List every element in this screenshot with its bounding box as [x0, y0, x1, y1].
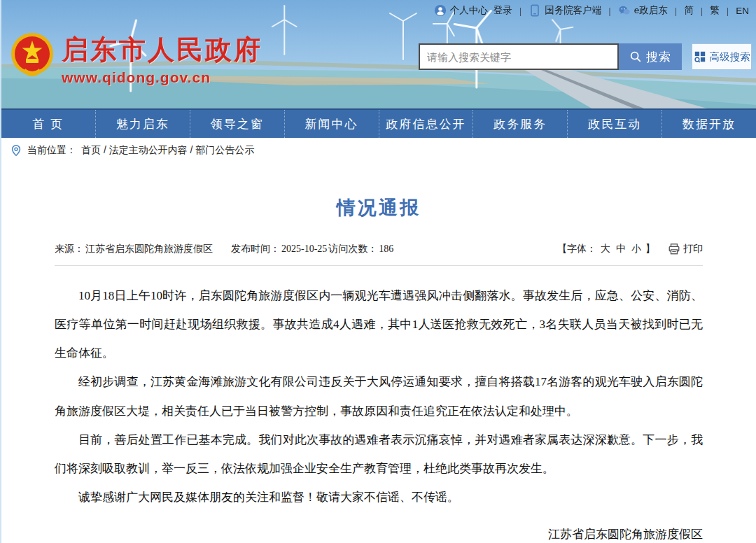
advanced-search-grid-icon: [694, 50, 706, 63]
topbar-separator: |: [607, 6, 612, 16]
wechat-icon: [618, 4, 631, 17]
print-label: 打印: [683, 243, 703, 255]
article-signature-block: 江苏省启东圆陀角旅游度假区 2025年10月25日: [55, 520, 703, 543]
article-meta-left: 来源：江苏省启东圆陀角旅游度假区发布时间：2025-10-25访问次数：186: [55, 243, 395, 255]
source-label: 来源：: [55, 244, 84, 254]
topbar-separator: |: [673, 6, 679, 16]
user-center-link[interactable]: 个人中心: [434, 4, 488, 17]
signature-org: 江苏省启东圆陀角旅游度假区: [55, 520, 703, 543]
search-input[interactable]: [419, 43, 619, 70]
gov-client-link[interactable]: 国务院客户端: [528, 4, 601, 17]
article-paragraph: 经初步调查，江苏黄金海滩旅游文化有限公司违反关于大风停运通知要求，擅自将搭载17…: [55, 367, 703, 425]
login-link[interactable]: 登录: [493, 4, 512, 17]
breadcrumb-path[interactable]: 首页 / 法定主动公开内容 / 部门公告公示: [81, 144, 254, 157]
user-icon: [434, 4, 447, 17]
nav-item-news-center[interactable]: 新闻中心: [285, 110, 379, 138]
font-size-close: 】: [645, 243, 655, 255]
article-meta-right: 【字体： 大 中 小 】 打印: [557, 243, 703, 255]
breadcrumb-label: 当前位置：: [27, 144, 76, 157]
font-size-large-button[interactable]: 大: [599, 243, 612, 255]
gov-client-label: 国务院客户端: [545, 4, 601, 17]
topbar-separator: |: [699, 6, 705, 16]
meta-divider: [55, 265, 703, 266]
source-value: 江苏省启东圆陀角旅游度假区: [85, 244, 213, 254]
site-title-block: 启东市人民政府 www.qidong.gov.cn: [62, 32, 262, 86]
location-pin-icon: [10, 144, 22, 157]
print-button[interactable]: 打印: [668, 243, 703, 255]
publish-date: 2025-10-25: [281, 244, 327, 254]
visits-label: 访问次数：: [328, 244, 377, 254]
article-paragraph: 10月18日上午10时许，启东圆陀角旅游度假区内一辆观光车遭遇强风冲击侧翻落水。…: [55, 281, 703, 367]
search-icon: [629, 50, 642, 63]
nav-item-public-interaction[interactable]: 政民互动: [568, 110, 662, 138]
egov-link[interactable]: e政启东: [618, 4, 668, 17]
nav-item-open-data[interactable]: 数据开放: [662, 110, 756, 138]
publish-label: 发布时间：: [231, 244, 280, 254]
article: 情况通报 来源：江苏省启东圆陀角旅游度假区发布时间：2025-10-25访问次数…: [1, 195, 756, 543]
topbar-separator: |: [518, 6, 524, 16]
article-title: 情况通报: [55, 195, 703, 220]
egov-label: e政启东: [634, 4, 668, 17]
visits-count: 186: [379, 244, 393, 254]
search-area: 搜索 高级搜索: [419, 43, 752, 70]
nav-item-leadership[interactable]: 领导之窗: [190, 110, 285, 138]
mobile-client-icon: [528, 4, 541, 17]
lang-traditional-link[interactable]: 繁: [710, 4, 720, 17]
advanced-search-label: 高级搜索: [710, 50, 750, 64]
article-body: 10月18日上午10时许，启东圆陀角旅游度假区内一辆观光车遭遇强风冲击侧翻落水。…: [55, 281, 703, 512]
site-name[interactable]: 启东市人民政府: [62, 32, 262, 68]
nav-item-charm-qidong[interactable]: 魅力启东: [96, 110, 190, 138]
lang-traditional-label: 繁: [710, 4, 720, 17]
article-paragraph: 诚挚感谢广大网民及媒体朋友的关注和监督！敬请大家不信谣、不传谣。: [55, 483, 703, 512]
lang-english-label: EN: [736, 6, 749, 16]
search-button[interactable]: 搜索: [619, 43, 682, 70]
login-label: 登录: [493, 4, 512, 17]
lang-simplified-label: 简: [684, 4, 694, 17]
lang-simplified-link[interactable]: 简: [684, 4, 694, 17]
user-center-label: 个人中心: [450, 4, 488, 17]
site-url: www.qidong.gov.cn: [62, 69, 262, 86]
main-nav: 首 页 魅力启东 领导之窗 新闻中心 政府信息公开 政务服务 政民互动 数据开放: [1, 108, 756, 138]
topbar-separator: |: [725, 6, 731, 16]
nav-item-gov-info-disclosure[interactable]: 政府信息公开: [379, 110, 474, 138]
printer-icon: [668, 243, 680, 255]
header-banner: 个人中心 登录 | 国务院客户端 | e政启东 | 简: [1, 0, 756, 108]
page: 个人中心 登录 | 国务院客户端 | e政启东 | 简: [0, 0, 756, 543]
top-utility-bar: 个人中心 登录 | 国务院客户端 | e政启东 | 简: [434, 4, 749, 17]
article-paragraph: 目前，善后处置工作已基本完成。我们对此次事故的遇难者表示沉痛哀悼，并对遇难者家属…: [55, 425, 703, 483]
font-size-medium-button[interactable]: 中: [615, 243, 627, 255]
font-size-small-button[interactable]: 小: [630, 243, 643, 255]
nav-item-home[interactable]: 首 页: [1, 110, 96, 138]
national-emblem-logo: [8, 31, 56, 81]
article-meta: 来源：江苏省启东圆陀角旅游度假区发布时间：2025-10-25访问次数：186 …: [55, 243, 703, 255]
breadcrumb: 当前位置： 首页 / 法定主动公开内容 / 部门公告公示: [1, 138, 756, 163]
lang-english-link[interactable]: EN: [736, 6, 749, 16]
advanced-search-button[interactable]: 高级搜索: [692, 43, 752, 70]
font-size-open: 【字体：: [557, 243, 596, 255]
nav-item-gov-services[interactable]: 政务服务: [473, 110, 568, 138]
search-button-label: 搜索: [646, 49, 671, 65]
